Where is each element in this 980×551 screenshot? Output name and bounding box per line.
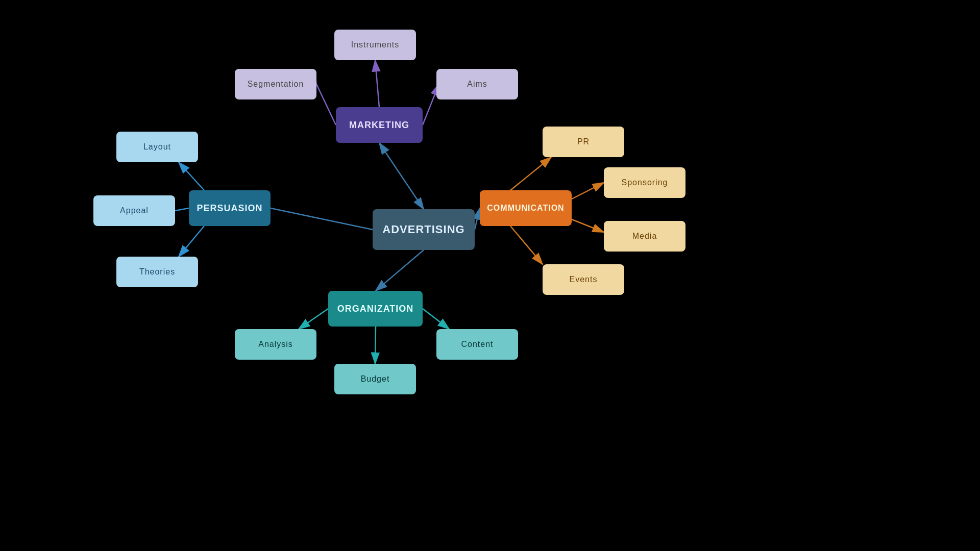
instruments-node: Instruments xyxy=(334,30,416,60)
segmentation-node: Segmentation xyxy=(235,69,316,99)
persuasion-node: PERSUASION xyxy=(189,190,271,226)
events-label: Events xyxy=(570,275,598,284)
aims-node: Aims xyxy=(436,69,518,99)
svg-line-13 xyxy=(316,84,336,125)
sponsoring-label: Sponsoring xyxy=(622,178,668,187)
marketing-node: MARKETING xyxy=(336,107,423,143)
svg-line-22 xyxy=(572,183,604,199)
instruments-label: Instruments xyxy=(351,40,400,49)
advertising-label: ADVERTISING xyxy=(382,223,464,236)
svg-line-24 xyxy=(510,226,543,264)
content-node: Content xyxy=(436,329,518,360)
marketing-label: MARKETING xyxy=(349,120,409,131)
organization-node: ORGANIZATION xyxy=(328,291,423,327)
theories-node: Theories xyxy=(116,257,198,287)
appeal-node: Appeal xyxy=(93,195,175,226)
svg-line-21 xyxy=(510,157,551,190)
svg-line-19 xyxy=(375,327,376,364)
svg-line-18 xyxy=(299,309,328,329)
media-label: Media xyxy=(632,232,657,241)
pr-label: PR xyxy=(577,137,590,146)
appeal-label: Appeal xyxy=(120,206,149,215)
analysis-node: Analysis xyxy=(235,329,316,360)
svg-line-16 xyxy=(175,208,189,211)
sponsoring-node: Sponsoring xyxy=(604,167,685,198)
communication-label: COMMUNICATION xyxy=(487,204,564,213)
layout-node: Layout xyxy=(116,132,198,162)
aims-label: Aims xyxy=(467,80,487,89)
organization-label: ORGANIZATION xyxy=(337,304,414,314)
pr-node: PR xyxy=(543,127,624,157)
svg-line-20 xyxy=(423,309,449,329)
communication-node: COMMUNICATION xyxy=(480,190,572,226)
svg-line-11 xyxy=(475,208,480,230)
analysis-label: Analysis xyxy=(258,340,293,349)
theories-label: Theories xyxy=(139,267,175,277)
svg-line-17 xyxy=(179,226,204,257)
budget-node: Budget xyxy=(334,364,416,394)
persuasion-label: PERSUASION xyxy=(197,203,262,214)
content-label: Content xyxy=(461,340,493,349)
svg-line-12 xyxy=(375,60,379,107)
layout-label: Layout xyxy=(143,142,171,152)
events-node: Events xyxy=(543,264,624,295)
svg-line-9 xyxy=(271,208,373,230)
segmentation-label: Segmentation xyxy=(248,80,304,89)
budget-label: Budget xyxy=(361,374,390,384)
advertising-node: ADVERTISING xyxy=(373,209,475,250)
media-node: Media xyxy=(604,221,685,252)
svg-line-10 xyxy=(376,250,424,291)
svg-line-15 xyxy=(179,162,204,190)
svg-line-23 xyxy=(572,219,604,232)
svg-line-8 xyxy=(379,143,424,209)
